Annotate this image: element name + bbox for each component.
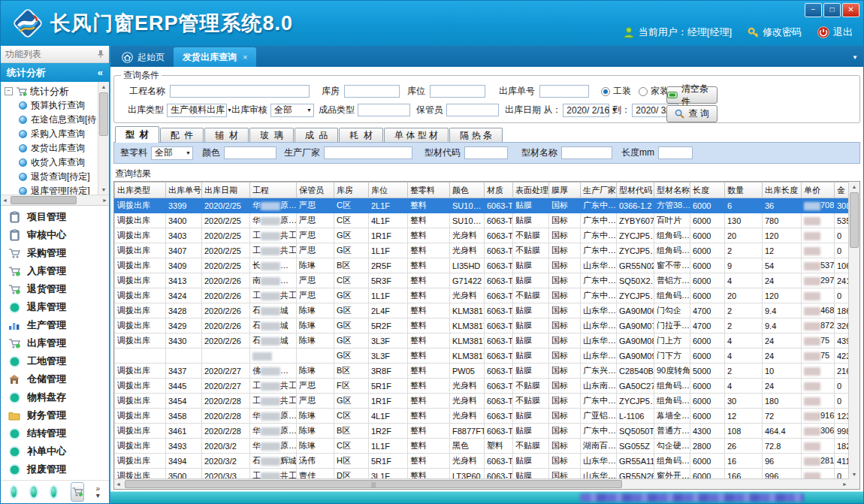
pin-icon[interactable] [97, 50, 104, 59]
color-input[interactable] [224, 146, 276, 159]
material-tab-2[interactable]: 配 件 [160, 128, 204, 143]
table-row[interactable]: 调拨出库34942020/3/2石辉城汤伟H区5R1F整料光身料6063-T5贴… [115, 454, 849, 469]
table-vscroll-thumb[interactable] [850, 192, 859, 248]
table-row[interactable]: 调拨出库34292020/2/26石城陈琳G区5R2F整料KLM38176063… [115, 318, 849, 333]
length-input[interactable] [658, 146, 693, 159]
footer-circle-icon[interactable] [29, 485, 38, 499]
table-hscroll-thumb[interactable]: ||| [125, 480, 622, 488]
tree-expander-icon[interactable]: − [5, 87, 13, 95]
tree-root-node[interactable]: − 统计分析 [5, 84, 98, 98]
column-header[interactable]: 生产厂家 [581, 183, 617, 198]
column-header[interactable]: 出库单号 [166, 183, 202, 198]
material-tab-5[interactable]: 成 品 [295, 128, 339, 143]
column-header[interactable]: 工程 [250, 183, 297, 198]
material-tab-6[interactable]: 耗 材 [339, 128, 383, 143]
scroll-right-icon[interactable]: ► [102, 195, 107, 205]
tree-scroll-thumb[interactable] [99, 92, 108, 136]
outbound-audit-select[interactable]: 全部▼ [270, 104, 314, 117]
footer-circle-icon[interactable] [10, 485, 18, 499]
column-header[interactable]: 出库日期 [202, 183, 250, 198]
column-header[interactable]: 膜厚 [549, 183, 581, 198]
table-vertical-scrollbar[interactable]: ▲ ▼ [848, 182, 859, 489]
tree-item[interactable]: 预算执行查询 [5, 98, 98, 113]
column-header[interactable]: 单价 [802, 183, 835, 198]
clear-conditions-button[interactable]: 清空条件 [666, 86, 717, 104]
table-row[interactable]: 调拨出库34132020/2/26南…严思C区5R3F整料G714226063-… [115, 273, 849, 288]
table-row[interactable]: 调拨出库34372020/2/27佛…陈琳B区3R8F整料PW056063-T5… [115, 364, 849, 379]
column-header[interactable]: 型材代码 [617, 183, 654, 198]
table-row[interactable]: 调拨出库34002020/2/25华原…严思C区4L1F整料SU10…6063-… [115, 213, 849, 228]
table-row[interactable]: 调拨出库34302020/2/26石城陈琳G区3L3F整料KLM38176063… [115, 333, 849, 349]
column-header[interactable]: 整零料 [408, 183, 450, 198]
profile-name-input[interactable] [561, 146, 612, 159]
footer-cart-button[interactable] [71, 482, 84, 502]
column-header[interactable]: 出库类型 [115, 183, 166, 198]
material-tab-7[interactable]: 单 体 型 材 [384, 128, 449, 143]
sidebar-item-生产管理[interactable]: 生产管理 [1, 316, 109, 334]
tree-item[interactable]: 发货出库查询 [5, 141, 98, 155]
maximize-button[interactable]: □ [823, 3, 841, 17]
column-header[interactable]: 库房 [334, 183, 369, 198]
project-name-input[interactable] [170, 85, 310, 98]
table-row[interactable]: 调拨出库34612020/2/28华原…陈琳B区1R2F整料F8877FT606… [115, 424, 849, 439]
column-header[interactable]: 型材名称 [654, 183, 690, 198]
scroll-right-icon[interactable]: ► [842, 479, 847, 489]
profile-code-input[interactable] [464, 146, 508, 159]
column-header[interactable]: 金 [835, 183, 849, 198]
scroll-left-icon[interactable]: ◄ [2, 195, 8, 205]
column-header[interactable]: 数量 [725, 183, 763, 198]
sidebar-item-采购管理[interactable]: 采购管理 [1, 244, 109, 262]
tab-shipping-outbound-query[interactable]: 发货出库查询 × [174, 47, 256, 67]
sidebar-item-报废管理[interactable]: 报废管理 [1, 460, 109, 478]
table-row[interactable]: 调拨出库34582020/2/28华原…陈琳C区4L1F整料光身料6063-T5… [115, 409, 849, 424]
outbound-type-select[interactable]: 生产领料出库▼ [167, 104, 227, 117]
sidebar-item-工地管理[interactable]: 工地管理 [1, 352, 109, 370]
tree-horizontal-scrollbar[interactable]: ◄ ► [1, 195, 109, 206]
column-header[interactable]: 库位 [369, 183, 408, 198]
scroll-left-icon[interactable]: ◄ [116, 479, 121, 489]
tree-vertical-scrollbar[interactable]: ▲ ▼ [98, 82, 109, 195]
footer-expand-icon[interactable]: »▾ [95, 485, 100, 499]
minimize-button[interactable]: − [805, 3, 822, 17]
scroll-up-icon[interactable]: ▲ [98, 82, 109, 92]
location-input[interactable] [430, 85, 485, 98]
sidebar-item-结转管理[interactable]: 结转管理 [1, 424, 109, 442]
sidebar-item-财务管理[interactable]: 财务管理 [1, 406, 109, 424]
product-type-input[interactable] [358, 104, 410, 116]
sidebar-item-物料盘存[interactable]: 物料盘存 [1, 388, 109, 406]
table-row[interactable]: 调拨出库34242020/2/26工共工程严思G区1L1F整料光身料6063-T… [115, 288, 849, 303]
scroll-down-icon[interactable]: ▼ [849, 469, 859, 479]
table-row[interactable]: 调拨出库33992020/2/25华原…严思C区2L1F整料SU10…6063-… [115, 198, 849, 213]
column-header[interactable]: 颜色 [450, 183, 485, 198]
material-tab-1[interactable]: 型 材 [115, 126, 159, 143]
collapse-icon[interactable]: « [98, 67, 103, 78]
table-row[interactable]: G区3L3F整料KLM38176063-T5贴膜国标山东华…GA90M09…门下… [115, 349, 849, 364]
table-row[interactable]: 调拨出库34032020/2/25工共工程严思G区1R1F整料光身料6063-T… [115, 228, 849, 243]
tree-item[interactable]: 在途信息查询[待 [5, 113, 98, 127]
search-button[interactable]: 查 询 [666, 105, 717, 122]
footer-circle-icon[interactable] [50, 485, 58, 499]
table-row[interactable]: 调拨出库34932020/3/2华原…陈琳C区1L1F整料黑色塑料不贴膜国标湖南… [115, 439, 849, 454]
sidebar-item-退货管理[interactable]: 退货管理 [1, 280, 109, 298]
tab-close-icon[interactable]: × [243, 53, 247, 62]
column-header[interactable]: 长度 [690, 183, 725, 198]
sidebar-item-出库管理[interactable]: 出库管理 [1, 334, 109, 352]
tree-item[interactable]: 退库管理[待定] [5, 184, 98, 195]
sidebar-item-项目管理[interactable]: 项目管理 [1, 208, 109, 226]
keeper-input[interactable] [446, 104, 499, 116]
material-tab-8[interactable]: 隔 热 条 [449, 128, 503, 143]
sidebar-item-审核中心[interactable]: 审核中心 [1, 226, 109, 244]
table-row[interactable]: 调拨出库34542020/2/28工共工程严思G区1R1F整料光身料6063-T… [115, 394, 849, 409]
table-row[interactable]: 调拨出库34452020/2/27工共工程严思F区5R1F整料光身料6063-T… [115, 379, 849, 394]
column-header[interactable]: 出库长度 [763, 183, 802, 198]
whole-piece-select[interactable]: 全部▼ [151, 146, 193, 160]
close-button[interactable]: ✕ [842, 3, 859, 17]
sidebar-item-退库管理[interactable]: 退库管理 [1, 298, 109, 316]
scroll-up-icon[interactable]: ▲ [849, 182, 859, 192]
column-header[interactable]: 材质 [485, 183, 513, 198]
tab-home[interactable]: 起始页 [113, 47, 174, 67]
tree-hscroll-thumb[interactable] [11, 196, 77, 204]
scroll-down-icon[interactable]: ▼ [98, 185, 109, 195]
sidebar-item-补单中心[interactable]: 补单中心 [1, 442, 109, 460]
sidebar-item-仓储管理[interactable]: 仓储管理 [1, 370, 109, 388]
